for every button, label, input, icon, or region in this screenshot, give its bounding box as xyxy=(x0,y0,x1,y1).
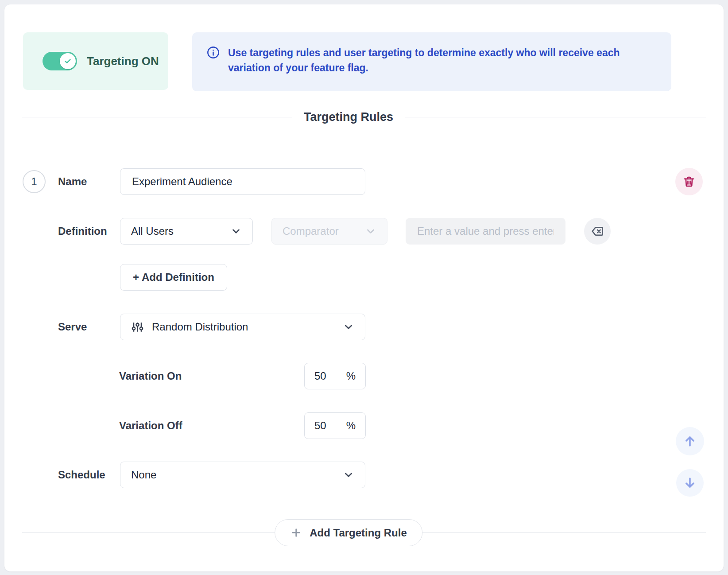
name-input[interactable] xyxy=(120,168,365,195)
clear-value-button[interactable] xyxy=(584,218,611,245)
move-rule-up-button[interactable] xyxy=(676,427,704,455)
percent-sign: % xyxy=(346,420,356,432)
serve-select[interactable]: Random Distribution xyxy=(120,314,365,340)
variation-on-value[interactable] xyxy=(314,370,340,382)
comparator-select[interactable]: Comparator xyxy=(271,218,387,245)
clear-value-icon xyxy=(591,225,604,238)
add-definition-button[interactable]: + Add Definition xyxy=(120,264,227,291)
move-rule-down-button[interactable] xyxy=(676,469,704,497)
toggle-label: Targeting ON xyxy=(87,54,159,68)
variation-off-input[interactable]: % xyxy=(304,412,366,439)
serve-select-value: Random Distribution xyxy=(152,321,248,333)
info-banner: Use targeting rules and user targeting t… xyxy=(192,32,671,91)
delete-rule-button[interactable] xyxy=(675,168,703,195)
targeting-toggle[interactable] xyxy=(43,52,77,70)
serve-label: Serve xyxy=(58,321,87,333)
schedule-select[interactable]: None xyxy=(120,462,365,488)
variation-on-label: Variation On xyxy=(119,370,182,382)
chevron-down-icon xyxy=(343,469,354,481)
schedule-label: Schedule xyxy=(58,469,105,481)
trash-icon xyxy=(682,175,696,188)
chevron-down-icon xyxy=(230,225,242,237)
section-title: Targeting Rules xyxy=(292,110,405,124)
info-icon xyxy=(206,46,220,59)
arrow-up-icon xyxy=(683,434,697,448)
add-targeting-rule-button[interactable]: Add Targeting Rule xyxy=(275,519,422,546)
definition-value-input[interactable] xyxy=(406,218,565,245)
chevron-down-icon xyxy=(343,321,354,333)
targeting-panel: Targeting ON Use targeting rules and use… xyxy=(4,4,724,571)
comparator-select-placeholder: Comparator xyxy=(283,225,339,237)
toggle-knob xyxy=(60,53,76,69)
schedule-select-value: None xyxy=(131,469,156,481)
rule-number-badge: 1 xyxy=(23,170,46,193)
plus-icon xyxy=(290,527,302,539)
distribution-sliders-icon xyxy=(131,321,144,334)
variation-off-value[interactable] xyxy=(314,420,340,432)
info-text: Use targeting rules and user targeting t… xyxy=(228,45,649,75)
percent-sign: % xyxy=(346,370,356,382)
targeting-toggle-panel: Targeting ON xyxy=(23,32,168,90)
chevron-down-icon xyxy=(365,225,376,237)
variation-off-label: Variation Off xyxy=(119,420,182,432)
audience-select-value: All Users xyxy=(131,225,174,237)
arrow-down-icon xyxy=(683,476,697,490)
definition-label: Definition xyxy=(58,225,107,237)
add-targeting-rule-label: Add Targeting Rule xyxy=(310,527,407,539)
audience-select[interactable]: All Users xyxy=(120,218,253,245)
name-label: Name xyxy=(58,175,87,188)
toggle-check-icon xyxy=(63,57,72,66)
variation-on-input[interactable]: % xyxy=(304,363,366,389)
